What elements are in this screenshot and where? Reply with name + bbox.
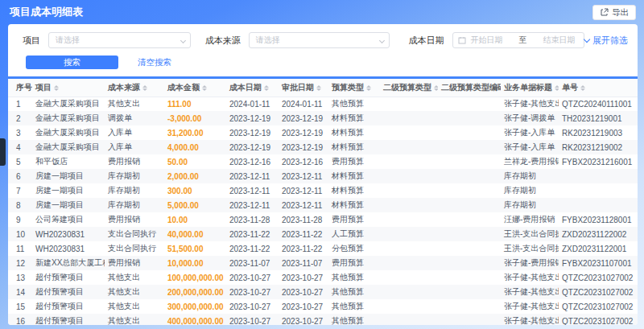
expand-filter-label: 展开筛选 [592,35,628,47]
cell-sub-budget-type [380,140,438,154]
cell-cost-date: 2023-10-27 [226,314,279,325]
column-header-cost-amount[interactable]: 成本金额 [164,79,226,97]
clear-search-link[interactable]: 清空搜索 [138,57,171,68]
cell-sub-budget-type [380,183,438,198]
sort-icon[interactable] [555,83,559,93]
column-header-sub-budget-type-code[interactable]: 二级预算类型编码 [438,79,501,97]
sort-icon[interactable] [142,83,147,93]
sort-icon[interactable] [264,83,269,93]
table-row: 10WH20230831支出合同执行40,000.002023-11-22202… [8,227,638,241]
sort-icon[interactable] [54,83,59,93]
cell-cost-date: 2023-11-28 [226,212,279,227]
cell-sub-budget-type-code [438,97,501,111]
cell-budget-type: 材料预算 [328,140,380,154]
column-header-cost-date[interactable]: 成本日期 [226,79,279,97]
cell-budget-type: 材料预算 [328,125,380,140]
cell-doc-title: 张子健-调拨单 [501,111,559,125]
cell-index: 9 [8,212,32,227]
cell-doc-no: QTZC20231027002 [559,314,638,325]
cell-project: 金融大厦采购项目 [32,111,105,125]
cost-table: 序号项目成本来源成本金额成本日期审批日期预算类型二级预算类型二级预算类型编码业务… [8,79,638,325]
cell-doc-title: 兰祥龙-费用报销 [501,154,559,169]
export-button[interactable]: 导出 [592,5,636,20]
cell-cost-date: 2024-01-11 [226,97,279,111]
cell-sub-budget-type-code [438,183,501,198]
cell-cost-date: 2023-12-16 [226,154,279,169]
cell-cost-amount: 100,000,000.00 [164,270,226,285]
cell-project: 公司筹建项目 [32,212,105,227]
cell-index: 2 [8,111,32,125]
cell-cost-amount: 40,000.00 [164,227,226,241]
cell-doc-no: ZXD20231122001 [559,241,638,256]
column-header-sub-budget-type[interactable]: 二级预算类型 [380,79,438,97]
cell-sub-budget-type-code [438,227,501,241]
cell-project: 房建一期项目 [32,198,105,212]
chevron-down-icon [180,38,186,43]
column-header-project[interactable]: 项目 [32,79,105,97]
cell-doc-title: 王洪-支出合同执行 [501,227,559,241]
cell-budget-type: 费用预算 [328,212,380,227]
column-header-doc-no[interactable]: 单号 [559,79,638,97]
table-row: 8房建一期项目库存期初5,000.002023-12-112023-12-11材… [8,198,638,212]
column-label: 成本来源 [108,83,140,92]
sort-icon[interactable] [316,83,321,93]
table-row: 9公司筹建项目费用报销10.002023-11-282023-11-28费用预算… [8,212,638,227]
cell-budget-type: 其他预算 [328,299,380,314]
column-header-approval-date[interactable]: 审批日期 [279,79,328,97]
cell-doc-title: 库存期初 [501,198,559,212]
cell-budget-type: 费用预算 [328,154,380,169]
sort-icon[interactable] [366,83,371,93]
cell-doc-title: 张子健-其他支出 [501,285,559,299]
cell-sub-budget-type-code [438,314,501,325]
column-label: 业务单据标题 [504,83,552,92]
cell-doc-no: QTZC20231027002 [559,270,638,285]
cell-cost-date: 2023-12-19 [226,140,279,154]
cell-doc-title: 库存期初 [501,183,559,198]
cell-cost-amount: 200,000,000.00 [164,285,226,299]
cell-cost-amount: 300.00 [164,183,226,198]
sort-icon[interactable] [202,83,207,93]
cell-sub-budget-type-code [438,241,501,256]
cell-cost-date: 2023-11-22 [226,227,279,241]
cell-cost-source: 库存期初 [105,169,164,183]
cell-cost-source: 费用报销 [105,256,164,270]
cell-doc-no [559,169,638,183]
cell-project: 超付预警项目 [32,285,105,299]
project-select[interactable]: 请选择 [48,32,191,48]
cell-approval-date: 2023-12-11 [279,169,328,183]
cell-budget-type: 其他预算 [328,314,380,325]
cell-approval-date: 2023-11-22 [279,227,328,241]
column-header-cost-source[interactable]: 成本来源 [105,79,164,97]
cost-source-select[interactable]: 请选择 [249,32,390,48]
table-row: 5和平饭店费用报销50.002023-12-162023-12-16费用预算兰祥… [8,154,638,169]
cell-doc-no: FYBX20231128001 [559,212,638,227]
cell-approval-date: 2023-11-22 [279,241,328,256]
cell-sub-budget-type [380,299,438,314]
sort-icon[interactable] [434,83,438,93]
cell-doc-title: 王洪-支出合同执行 [501,241,559,256]
cell-project: 金融大厦采购项目 [32,125,105,140]
column-header-doc-title[interactable]: 业务单据标题 [501,79,559,97]
cost-table-head-row: 序号项目成本来源成本金额成本日期审批日期预算类型二级预算类型二级预算类型编码业务… [8,79,638,97]
table-row: 14超付预警项目其他支出200,000,000.002023-10-272023… [8,285,638,299]
chevron-down-icon [584,35,590,42]
cell-cost-source: 其他支出 [105,285,164,299]
cell-sub-budget-type-code [438,111,501,125]
table-row: 6房建一期项目库存期初2,000.002023-12-112023-12-11材… [8,169,638,183]
search-button[interactable]: 搜索 [26,56,118,69]
cell-sub-budget-type [380,169,438,183]
cost-date-range-input[interactable]: 开始日期 至 结束日期 [452,32,584,48]
column-header-budget-type[interactable]: 预算类型 [328,79,380,97]
drawer-handle[interactable] [0,138,6,166]
expand-filter-link[interactable]: 展开筛选 [584,35,628,47]
project-select-placeholder: 请选择 [56,35,80,46]
cell-cost-date: 2023-10-27 [226,299,279,314]
cell-cost-date: 2023-12-11 [226,169,279,183]
cell-cost-amount: 111.00 [164,97,226,111]
sort-icon[interactable] [580,83,585,93]
cell-budget-type: 其他预算 [328,285,380,299]
cell-doc-no: FYBX20231107001 [559,256,638,270]
cell-budget-type: 费用预算 [328,256,380,270]
cell-sub-budget-type [380,227,438,241]
cell-cost-amount: 10,000.00 [164,256,226,270]
